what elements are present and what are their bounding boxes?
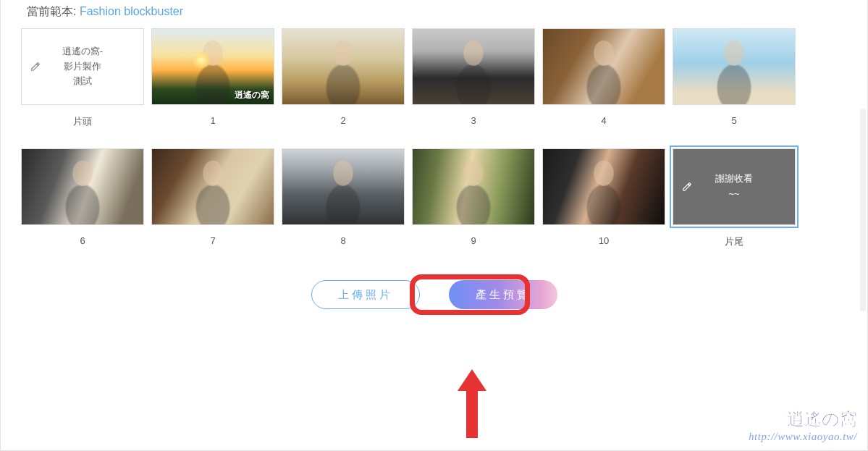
- slot-caption: 7: [210, 235, 215, 246]
- slot-caption: 片頭: [73, 115, 92, 128]
- preview-button[interactable]: 產生預覽: [449, 280, 557, 309]
- slot-caption: 9: [471, 235, 476, 246]
- photo-slot[interactable]: [542, 28, 665, 105]
- photo-slot[interactable]: [673, 28, 796, 105]
- photo-slot[interactable]: [151, 148, 274, 225]
- photo-slot[interactable]: [542, 148, 665, 225]
- slot-grid: 逍遙の窩- 影片製作 測試片頭逍遙の窩12345678910謝謝收看 ~~片尾: [1, 28, 867, 248]
- slot-caption: 4: [601, 115, 606, 126]
- slot-cell: 8: [282, 148, 405, 248]
- photo-slot[interactable]: [21, 148, 144, 225]
- slot-cell: 7: [151, 148, 274, 248]
- photo-slot[interactable]: [282, 28, 405, 105]
- slot-cell: 4: [542, 28, 665, 128]
- photo-placeholder: [413, 149, 534, 224]
- slot-caption: 6: [80, 235, 85, 246]
- slot-caption: 片尾: [725, 235, 743, 248]
- edit-icon: [682, 182, 692, 192]
- slot-caption: 2: [340, 115, 345, 126]
- template-name-link[interactable]: Fashion blockbuster: [80, 5, 183, 17]
- text-slot[interactable]: 逍遙の窩- 影片製作 測試: [21, 28, 144, 105]
- slot-cell: 6: [21, 148, 144, 248]
- slot-cell: 5: [673, 28, 796, 128]
- slot-cell: 謝謝收看 ~~片尾: [673, 148, 796, 248]
- watermark-title: 逍遙の窩: [749, 408, 857, 431]
- slot-caption: 8: [340, 235, 345, 246]
- upload-button[interactable]: 上傳照片: [311, 280, 420, 309]
- slot-cell: 逍遙の窩1: [151, 28, 274, 128]
- photo-placeholder: [282, 29, 404, 104]
- sun-decoration: [192, 51, 211, 69]
- photo-slot[interactable]: [282, 148, 405, 225]
- slot-cell: 2: [282, 28, 405, 128]
- photo-watermark: 逍遙の窩: [235, 89, 269, 101]
- photo-placeholder: [673, 29, 795, 104]
- photo-placeholder: [413, 29, 534, 104]
- photo-placeholder: [22, 149, 143, 224]
- scrollbar-track[interactable]: [860, 109, 866, 311]
- template-label: 當前範本:: [27, 5, 80, 17]
- slot-caption: 3: [471, 115, 476, 126]
- photo-placeholder: [282, 149, 404, 224]
- slot-text: 謝謝收看 ~~: [699, 172, 769, 202]
- watermark-url: http://www.xiaoyao.tw/: [749, 431, 857, 443]
- slot-cell: 9: [412, 148, 535, 248]
- svg-marker-0: [458, 369, 486, 438]
- photo-slot[interactable]: [412, 28, 535, 105]
- slot-cell: 10: [542, 148, 665, 248]
- slot-caption: 1: [210, 115, 215, 126]
- slot-caption: 10: [599, 235, 609, 246]
- photo-placeholder: [152, 149, 274, 224]
- slot-caption: 5: [731, 115, 736, 126]
- photo-placeholder: [543, 29, 665, 104]
- slot-cell: 逍遙の窩- 影片製作 測試片頭: [21, 28, 144, 128]
- edit-icon: [30, 62, 41, 72]
- text-slot[interactable]: 謝謝收看 ~~: [673, 148, 796, 225]
- slot-cell: 3: [412, 28, 535, 128]
- slot-text: 逍遙の窩- 影片製作 測試: [46, 44, 119, 89]
- site-watermark: 逍遙の窩 http://www.xiaoyao.tw/: [749, 408, 857, 443]
- photo-placeholder: [543, 149, 665, 224]
- photo-slot[interactable]: [412, 148, 535, 225]
- template-header: 當前範本: Fashion blockbuster: [1, 0, 867, 28]
- tutorial-arrow-icon: [458, 369, 486, 442]
- action-buttons: 上傳照片 產生預覽: [1, 280, 867, 309]
- photo-slot[interactable]: 逍遙の窩: [151, 28, 274, 105]
